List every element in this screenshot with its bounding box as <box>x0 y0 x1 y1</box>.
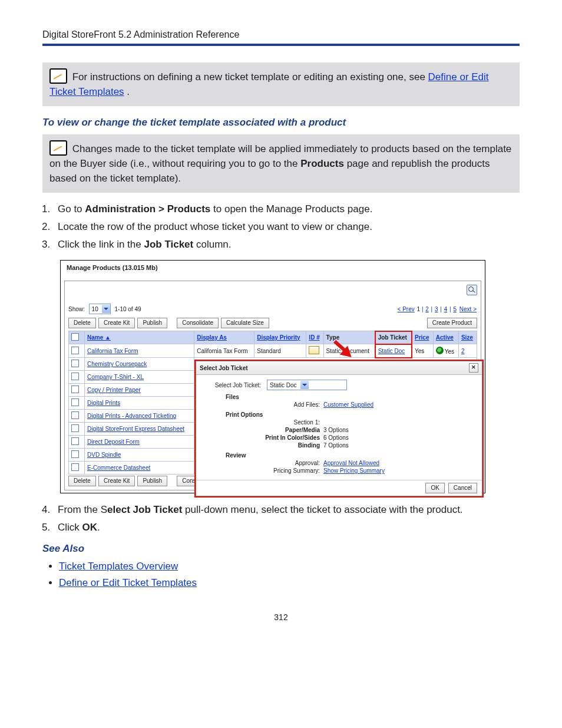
see-also-link[interactable]: Define or Edit Ticket Templates <box>59 577 197 588</box>
note-text: For instructions on defining a new ticke… <box>72 71 428 83</box>
select-job-ticket-label: Select Job Ticket: <box>202 382 265 388</box>
doc-header: Digital StoreFront 5.2 Administration Re… <box>42 29 520 46</box>
select-all-checkbox[interactable] <box>71 333 79 341</box>
step-3: Click the link in the Job Ticket column. <box>53 239 520 251</box>
step-1: Go to Administration > Products to open … <box>53 203 520 215</box>
customer-supplied-link[interactable]: Customer Supplied <box>323 401 373 408</box>
note-changes: Changes made to the ticket template will… <box>42 134 520 193</box>
pencil-note-icon <box>49 140 67 156</box>
create-product-button[interactable]: Create Product <box>427 318 477 328</box>
active-indicator-icon <box>436 347 444 354</box>
manage-products-screenshot: Manage Products (13.015 Mb) Show: 10 1-1… <box>60 260 485 493</box>
close-icon[interactable]: ✕ <box>469 363 478 373</box>
pager-prev[interactable]: < Prev <box>398 306 415 312</box>
pencil-note-icon <box>49 68 67 84</box>
steps-list-cont: From the Select Job Ticket pull-down men… <box>53 504 520 533</box>
calc-size-button[interactable]: Calculate Size <box>221 318 269 328</box>
cancel-button[interactable]: Cancel <box>448 483 477 493</box>
col-type: Type <box>323 331 375 344</box>
step-5: Click OK. <box>53 522 520 533</box>
popup-title: Select Job Ticket <box>200 365 248 371</box>
delete-button[interactable]: Delete <box>68 318 96 328</box>
steps-list: Go to Administration > Products to open … <box>53 203 520 251</box>
print-options-heading: Print Options <box>226 411 476 418</box>
page-number: 312 <box>42 612 520 622</box>
search-icon[interactable] <box>467 285 477 295</box>
create-kit-button[interactable]: Create Kit <box>98 318 135 328</box>
review-heading: Review <box>226 452 476 459</box>
table-row: California Tax Form California Tax Form … <box>69 344 477 358</box>
job-ticket-link[interactable]: Static Doc <box>378 348 405 354</box>
id-icon[interactable] <box>309 346 319 354</box>
publish-button[interactable]: Publish <box>137 318 167 328</box>
ok-button[interactable]: OK <box>425 483 444 493</box>
pager: < Prev 1 | 2 | 3 | 4 | 5 Next > <box>397 306 477 312</box>
col-size[interactable]: Size <box>458 331 477 344</box>
show-label: Show: <box>68 306 85 312</box>
chevron-down-icon <box>102 305 110 313</box>
toolbar-top: Delete Create Kit Publish Consolidate Ca… <box>68 318 477 328</box>
show-range: 1-10 of 49 <box>114 306 141 312</box>
col-display-priority[interactable]: Display Priority <box>254 331 306 344</box>
files-heading: Files <box>226 394 476 400</box>
see-also-list: Ticket Templates Overview Define or Edit… <box>59 561 520 589</box>
col-price[interactable]: Price <box>412 331 433 344</box>
manage-products-title: Manage Products (13.015 Mb) <box>61 261 485 274</box>
see-also-heading: See Also <box>42 543 520 555</box>
note-define-edit: For instructions on defining a new ticke… <box>42 62 520 106</box>
show-select[interactable]: 10 <box>89 304 111 314</box>
col-display-as[interactable]: Display As <box>194 331 254 344</box>
col-job-ticket: Job Ticket <box>375 331 412 344</box>
select-job-ticket-popup: Select Job Ticket ✕ Select Job Ticket: S… <box>196 361 482 496</box>
consolidate-button[interactable]: Consolidate <box>177 318 219 328</box>
col-id[interactable]: ID # <box>306 331 323 344</box>
section-heading: To view or change the ticket template as… <box>42 117 520 129</box>
see-also-link[interactable]: Ticket Templates Overview <box>59 561 178 572</box>
product-link[interactable]: California Tax Form <box>87 348 138 354</box>
pager-next[interactable]: Next > <box>459 306 477 312</box>
step-2: Locate the row of the product whose tick… <box>53 221 520 233</box>
col-name[interactable]: Name ▲ <box>85 331 194 344</box>
row-checkbox[interactable] <box>71 347 79 354</box>
step-4: From the Select Job Ticket pull-down men… <box>53 504 520 516</box>
job-ticket-select[interactable]: Static Doc <box>267 380 347 390</box>
chevron-down-icon <box>300 381 309 389</box>
col-active[interactable]: Active <box>433 331 458 344</box>
